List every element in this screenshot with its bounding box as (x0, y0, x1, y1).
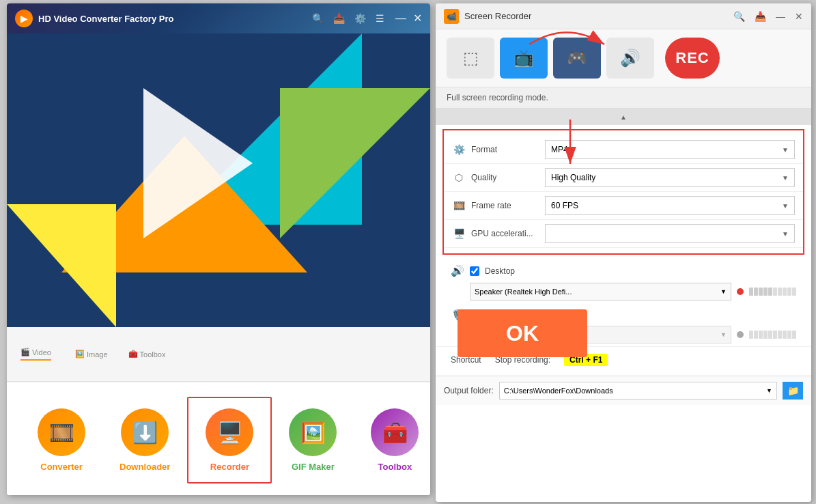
desktop-audio-checkbox[interactable] (470, 266, 479, 276)
mic-volume-dot (737, 331, 744, 338)
settings-icon[interactable]: ⚙️ (354, 13, 366, 24)
mic-seg-6 (773, 331, 777, 339)
recorder-close-button[interactable]: ✕ (795, 11, 803, 22)
quality-arrow-icon: ▼ (782, 174, 789, 182)
volume-bar (749, 287, 796, 296)
vol-seg-7 (778, 288, 782, 296)
desktop-select-arrow-icon: ▼ (720, 288, 727, 295)
converter-label: Converter (40, 462, 82, 472)
desktop-audio-label: Desktop (485, 266, 515, 276)
desktop-audio-section: 🔊 Desktop Speaker (Realtek High Defi... … (442, 259, 804, 306)
vol-seg-6 (773, 288, 777, 296)
image-icon: 🖼️ (75, 350, 85, 359)
nav-underline (20, 359, 51, 361)
converter-icon: 🎞️ (38, 408, 85, 456)
volume-dot (737, 288, 744, 295)
toolbox-icon: 🧰 (128, 350, 138, 359)
ok-button[interactable]: OK (458, 309, 587, 357)
gif-maker-tool[interactable]: 🖼️ GIF Maker (272, 398, 354, 482)
recorder-download-icon[interactable]: 📥 (755, 11, 766, 22)
quality-icon: ⬡ (452, 171, 466, 184)
gpu-row: 🖥️ GPU accelerati... ▼ (444, 220, 803, 248)
desktop-audio-controls: Speaker (Realtek High Defi... ▼ (451, 283, 796, 300)
vol-seg-8 (783, 288, 787, 296)
tools-row: 🎞️ Converter ⬇️ Downloader 🖥️ Recorder 🖼… (7, 382, 430, 495)
rec-button[interactable]: REC (665, 38, 720, 79)
scroll-up-button[interactable]: ▲ (436, 109, 811, 125)
recorder-search-icon[interactable]: 🔍 (733, 11, 745, 22)
mic-select-arrow-icon: ▼ (720, 331, 727, 338)
window-controls: — ✕ (395, 13, 422, 24)
mic-seg-9 (787, 331, 791, 339)
play-arrow (143, 88, 253, 238)
app-logo: ▶ (15, 10, 33, 27)
gpu-icon: 🖥️ (452, 227, 466, 240)
download-icon[interactable]: 📥 (333, 13, 345, 24)
audio-icon: 🔊 (451, 264, 464, 277)
recorder-label: Recorder (210, 462, 249, 472)
region-mode-button[interactable]: ⬚ (447, 38, 494, 79)
search-icon[interactable]: 🔍 (312, 13, 324, 24)
menu-icon[interactable]: ☰ (376, 13, 384, 24)
nav-image[interactable]: 🖼️ Image (75, 350, 108, 359)
format-icon: ⚙️ (452, 143, 466, 156)
nav-toolbox[interactable]: 🧰 Toolbox (128, 350, 166, 359)
main-title: HD Video Converter Factory Pro (38, 14, 307, 24)
toolbox-icon-circle: 🧰 (371, 408, 419, 456)
yellow-shape (7, 204, 116, 327)
gpu-label: GPU accelerati... (471, 229, 539, 238)
mode-bar: ⬚ 📺 🎮 🔊 REC (436, 29, 811, 87)
mic-seg-8 (783, 331, 787, 339)
fullscreen-mode-button[interactable]: 📺 (500, 38, 548, 79)
downloader-tool[interactable]: ⬇️ Downloader (102, 398, 187, 482)
output-path[interactable]: C:\Users\WonderFox\Downloads ▼ (499, 382, 777, 400)
mic-volume-bar (749, 330, 796, 339)
nav-video[interactable]: 🎬 Video (20, 348, 51, 361)
downloader-label: Downloader (119, 462, 170, 472)
framerate-icon: 🎞️ (452, 199, 466, 212)
recorder-window: 📹 Screen Recorder 🔍 📥 — ✕ ⬚ 📺 🎮 🔊 REC Fu… (436, 3, 811, 502)
minimize-button[interactable]: — (395, 13, 406, 24)
main-window: ▶ HD Video Converter Factory Pro 🔍 📥 ⚙️ … (7, 3, 430, 495)
mode-description: Full screen recording mode. (436, 87, 811, 109)
vol-seg-3 (759, 288, 763, 296)
format-label: Format (471, 145, 539, 154)
recorder-title: Screen Recorder (464, 11, 728, 21)
mic-seg-4 (763, 331, 768, 339)
recorder-minimize-button[interactable]: — (776, 11, 785, 22)
hero-area (7, 33, 430, 327)
framerate-arrow-icon: ▼ (782, 202, 789, 210)
output-label: Output folder: (444, 386, 494, 395)
mic-seg-2 (754, 331, 758, 339)
mic-seg-10 (792, 331, 796, 339)
framerate-select[interactable]: 60 FPS ▼ (545, 196, 795, 215)
mic-seg-7 (778, 331, 782, 339)
vol-seg-10 (792, 288, 796, 296)
recorder-tool[interactable]: 🖥️ Recorder (187, 397, 272, 484)
quality-row: ⬡ Quality High Quality ▼ (444, 164, 803, 192)
vol-seg-4 (763, 288, 768, 296)
gpu-select[interactable]: ▼ (545, 224, 795, 243)
close-button[interactable]: ✕ (413, 13, 422, 24)
browse-folder-button[interactable]: 📁 (783, 382, 803, 400)
toolbox-tool[interactable]: 🧰 Toolbox (354, 398, 430, 482)
titlebar-icons: 🔍 📥 ⚙️ ☰ (312, 13, 384, 24)
recorder-controls: 🔍 📥 — ✕ (733, 11, 803, 22)
gif-label: GIF Maker (292, 462, 335, 472)
quality-label: Quality (471, 173, 539, 182)
desktop-device-select[interactable]: Speaker (Realtek High Defi... ▼ (470, 283, 731, 300)
nav-video-label: 🎬 Video (20, 348, 51, 356)
vol-seg-2 (754, 288, 758, 296)
format-select[interactable]: MP4 ▼ (545, 140, 795, 159)
sound-mode-button[interactable]: 🔊 (606, 38, 654, 79)
main-titlebar: ▶ HD Video Converter Factory Pro 🔍 📥 ⚙️ … (7, 3, 430, 33)
game-mode-button[interactable]: 🎮 (553, 38, 601, 79)
converter-tool[interactable]: 🎞️ Converter (20, 398, 102, 482)
format-row: ⚙️ Format MP4 ▼ (444, 136, 803, 164)
recorder-app-icon: 📹 (444, 9, 459, 24)
format-arrow-icon: ▼ (782, 146, 789, 154)
quality-select[interactable]: High Quality ▼ (545, 168, 795, 187)
gif-icon: 🖼️ (289, 408, 337, 456)
vol-seg-5 (768, 288, 772, 296)
framerate-row: 🎞️ Frame rate 60 FPS ▼ (444, 192, 803, 220)
